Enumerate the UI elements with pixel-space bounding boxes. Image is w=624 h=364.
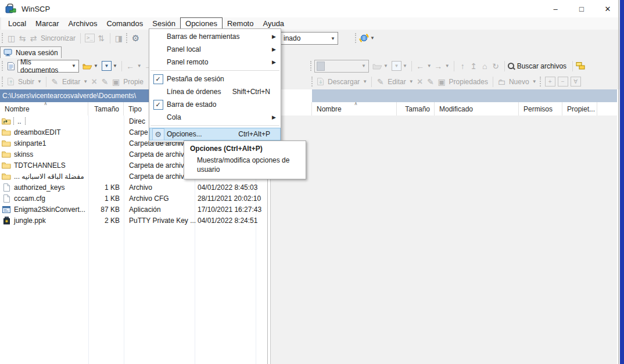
- commander-layout-icon[interactable]: ◫: [6, 34, 17, 43]
- file-row-authorized-keys[interactable]: authorized_keys1 KBArchivo04/01/2022 8:4…: [0, 182, 267, 193]
- toolbar-grip[interactable]: [126, 33, 127, 43]
- file-size-cell: 87 KB: [88, 206, 124, 214]
- menu-item-l-nea-de-rdenes[interactable]: Línea de órdenesShift+Ctrl+N: [149, 85, 281, 98]
- transfer-preset-value: inado: [281, 34, 303, 42]
- documents-icon: [6, 62, 16, 71]
- toolbar-grip[interactable]: [310, 61, 311, 71]
- menu-item-barra-de-estado[interactable]: ✓Barra de estado: [149, 98, 281, 111]
- new-button: Nuevo: [509, 78, 529, 86]
- menu-item-panel-local[interactable]: Panel local▶: [149, 43, 281, 56]
- remote-file-list: [271, 116, 617, 364]
- chevron-down-icon[interactable]: ▼: [113, 63, 117, 69]
- menu-item-panel-remoto[interactable]: Panel remoto▶: [149, 56, 281, 69]
- column-header-label: Propiet...: [567, 105, 595, 113]
- menubar-item-remoto[interactable]: Remoto: [223, 17, 259, 30]
- rename-icon: ✎: [99, 77, 110, 87]
- home-directory-icon: ⌂: [479, 62, 490, 71]
- column-header-modificado[interactable]: Modificado: [435, 102, 519, 116]
- folder-icon: [2, 139, 11, 147]
- file-row-cccam-cfg[interactable]: cccam.cfg1 KBArchivo CFG28/11/2021 20:02…: [0, 193, 267, 204]
- parent-directory-icon: ↑: [457, 62, 468, 71]
- checkmark-box: ✓: [149, 100, 167, 110]
- rename-icon: ✎: [425, 77, 436, 87]
- synchronize-icon[interactable]: ⇄: [28, 34, 39, 43]
- file-name-cell: ..: [0, 117, 88, 125]
- menu-item-opciones[interactable]: ⚙Opciones...Ctrl+Alt+P: [149, 128, 281, 140]
- open-session-in-putty-icon[interactable]: ⇅: [96, 34, 107, 43]
- chevron-down-icon[interactable]: ▼: [370, 35, 375, 41]
- open-console-icon[interactable]: >_: [85, 34, 95, 42]
- toolbar-grip[interactable]: [2, 61, 3, 71]
- file-icon: [2, 183, 11, 192]
- menu-item-label: Panel remoto: [167, 58, 276, 66]
- upload-button: Subir: [18, 78, 34, 86]
- menubar-item-ayuda[interactable]: Ayuda: [258, 17, 289, 30]
- copy-icon: ▣: [110, 77, 121, 87]
- menu-item-cola[interactable]: Cola▶: [149, 111, 281, 124]
- synchronize-button[interactable]: Sincronizar: [41, 34, 76, 42]
- menubar-item-comandos[interactable]: Comandos: [102, 17, 148, 30]
- submenu-arrow-icon: ▶: [272, 46, 276, 52]
- column-header-nombre[interactable]: Nombre∧: [312, 102, 397, 116]
- file-type-cell: Archivo CFG: [124, 194, 195, 203]
- checkbox-checked-icon: ✓: [153, 74, 163, 84]
- edit-button: Editar: [62, 78, 80, 86]
- open-directory-icon[interactable]: [83, 62, 92, 70]
- chevron-down-icon: ▼: [445, 63, 450, 69]
- filter-icon: ▼: [392, 61, 401, 71]
- chevron-down-icon[interactable]: ▼: [137, 63, 142, 69]
- filter-icon[interactable]: ▼: [102, 61, 112, 71]
- menubar-item-archivos[interactable]: Archivos: [64, 17, 102, 30]
- menu-item-shortcut: Shift+Ctrl+N: [232, 88, 270, 96]
- column-header-permisos[interactable]: Permisos: [519, 102, 562, 116]
- sort-ascending-icon: ∧: [44, 102, 48, 106]
- chevron-down-icon[interactable]: ▼: [94, 63, 98, 69]
- tab-new-session[interactable]: Nueva sesión: [0, 46, 62, 58]
- edit-pencil-icon: ✎: [49, 77, 60, 87]
- file-row-enigma2skinconvert[interactable]: Enigma2SkinConvert...87 KBAplicación17/1…: [0, 204, 267, 215]
- session-tab-bar: Nueva sesión: [0, 46, 620, 59]
- menu-item-label: Opciones...: [167, 130, 238, 138]
- synchronize-browsing-icon[interactable]: [576, 62, 586, 70]
- file-name: dreamboxEDIT: [14, 128, 61, 136]
- panel-toolbar-row1: Mis documentos ▼ ▼ ▼ ▼ ← ▼ → ▼ ▼: [0, 58, 620, 74]
- search-icon[interactable]: [508, 63, 514, 69]
- preferences-gear-icon[interactable]: ⚙: [130, 34, 141, 43]
- file-modified-cell: 04/01/2022 8:45:03: [195, 183, 267, 192]
- close-button[interactable]: ✕: [596, 0, 619, 17]
- menu-item-barras-de-herramientas[interactable]: Barras de herramientas▶: [149, 30, 281, 43]
- toolbar-grip[interactable]: [2, 33, 3, 43]
- file-name-cell: ... مفضلة الباقه الاسبانيه: [0, 172, 88, 181]
- menu-item-pesta-a-de-sesi-n[interactable]: ✓Pestaña de sesión: [149, 73, 281, 85]
- find-files-button[interactable]: Buscar archivos: [517, 62, 566, 70]
- menubar-item-marcar[interactable]: Marcar: [31, 17, 63, 30]
- edit-button: Editar: [388, 78, 406, 86]
- menubar-item-sesi-n[interactable]: Sesión: [148, 17, 180, 30]
- file-row-jungle-ppk[interactable]: jungle.ppk2 KBPuTTY Private Key ...04/01…: [0, 215, 267, 226]
- toolbar-grip[interactable]: [311, 77, 313, 87]
- download-button: Descargar: [328, 78, 360, 86]
- column-header-propiet[interactable]: Propiet...: [562, 102, 597, 116]
- local-location-combo[interactable]: Mis documentos ▼: [17, 60, 79, 73]
- column-header-nombre[interactable]: Nombre∧: [0, 102, 88, 116]
- transfer-settings-globe-icon[interactable]: [359, 33, 369, 43]
- gear-icon: ⚙: [149, 128, 167, 140]
- minimize-button[interactable]: –: [544, 0, 567, 17]
- column-header-label: Tipo: [128, 105, 142, 113]
- menubar-item-local[interactable]: Local: [3, 17, 31, 30]
- folder-icon: [2, 128, 11, 136]
- swap-panels-icon[interactable]: ◨: [113, 34, 124, 43]
- file-type-cell: PuTTY Private Key ...: [124, 217, 195, 225]
- back-arrow-icon[interactable]: ←: [125, 62, 136, 71]
- menubar-item-opciones[interactable]: Opciones: [180, 17, 223, 30]
- column-header-tama-o[interactable]: Tamaño: [88, 102, 124, 116]
- column-header-tama-o[interactable]: Tamaño: [397, 102, 435, 116]
- toolbar-grip[interactable]: [355, 33, 356, 43]
- maximize-button[interactable]: □: [570, 0, 593, 17]
- synchronize-panels-icon[interactable]: ⇆: [17, 34, 28, 43]
- toolbar-grip[interactable]: [2, 77, 3, 87]
- menu-item-label: Cola: [167, 113, 276, 121]
- toolbar-grip[interactable]: [540, 77, 541, 87]
- remote-location-combo: ▼: [314, 60, 369, 73]
- transfer-preset-combo[interactable]: inado ▼: [281, 32, 338, 45]
